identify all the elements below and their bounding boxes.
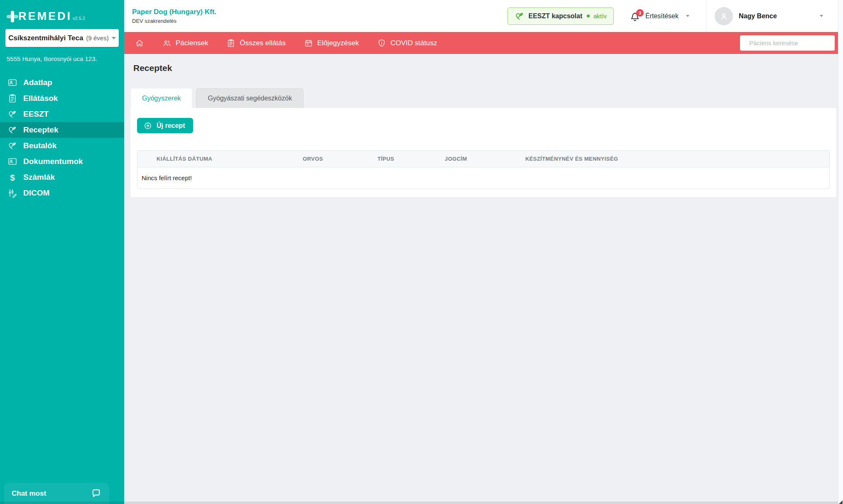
organization-link[interactable]: Paper Dog (Hungary) Kft.	[132, 8, 216, 16]
eeszt-heart-icon	[7, 125, 17, 135]
nav-label: Előjegyzések	[317, 39, 359, 47]
empty-message: Nincs felírt recept!	[137, 167, 829, 188]
nav-label: COVID státusz	[390, 39, 437, 47]
user-name: Nagy Bence	[739, 12, 777, 20]
id-card-icon	[7, 78, 17, 88]
chat-launcher[interactable]: Chat most	[4, 483, 109, 504]
col-orvos: ORVOS	[303, 151, 377, 167]
notifications-label: Értesítések	[645, 12, 679, 20]
empty-row: Nincs felírt recept!	[137, 167, 829, 188]
sidebar-item-label: Számlák	[23, 173, 55, 182]
sidebar-item-label: Adatlap	[23, 78, 52, 87]
bell-icon: 3	[630, 10, 641, 22]
eeszt-connection-badge[interactable]: EESZT kapcsolat aktív	[507, 7, 614, 25]
user-menu[interactable]: Nagy Bence	[706, 0, 843, 32]
chat-bubble-icon	[91, 489, 101, 498]
clipboard-icon	[226, 39, 235, 48]
nav-label: Páciensek	[176, 39, 208, 47]
tab-gyogyszerek[interactable]: Gyógyszerek	[131, 88, 192, 108]
content-area: Receptek Gyógyszerek Gyógyászati segédes…	[124, 54, 843, 504]
sidebar-item-label: EESZT	[23, 110, 49, 119]
sidebar-item-dokumentumok[interactable]: Dokumentumok	[0, 154, 124, 169]
app-logo: REMEDI v2.5.2	[0, 0, 124, 23]
new-prescription-button[interactable]: Új recept	[137, 118, 193, 133]
eeszt-heart-icon	[515, 11, 524, 21]
sidebar-item-label: Receptek	[23, 125, 59, 135]
plus-circle-icon	[144, 122, 152, 130]
vertical-scrollbar[interactable]	[838, 0, 843, 504]
sidebar-item-dicom[interactable]: DICOM	[0, 185, 124, 201]
tab-label: Gyógyászati segédeszközök	[208, 95, 292, 102]
chevron-down-icon	[112, 37, 116, 39]
organization-subtitle: DEV szakrendelés	[132, 18, 216, 24]
notifications-menu[interactable]: 3 Értesítések	[630, 10, 689, 22]
patient-selector[interactable]: Csíkszentmihályi Teca (9 éves)	[5, 29, 119, 47]
organization-block: Paper Dog (Hungary) Kft. DEV szakrendelé…	[132, 8, 216, 24]
topbar-right: EESZT kapcsolat aktív 3 Értesítések	[507, 0, 843, 32]
id-card-icon	[7, 157, 17, 166]
tab-bar: Gyógyszerek Gyógyászati segédeszközök	[131, 88, 843, 108]
eeszt-status: aktív	[593, 12, 607, 20]
scrollbar-corner	[839, 500, 843, 504]
new-prescription-label: Új recept	[157, 122, 185, 130]
sidebar-item-label: Ellátások	[23, 94, 58, 103]
col-kiallitas-datuma: KIÁLLÍTÁS DÁTUMA	[137, 151, 303, 167]
sidebar-item-label: DICOM	[23, 188, 49, 198]
notification-count-badge: 3	[636, 9, 644, 17]
main-column: Paper Dog (Hungary) Kft. DEV szakrendelé…	[124, 0, 843, 504]
user-avatar	[715, 7, 733, 25]
tab-gyogyaszati-segedeszkozok[interactable]: Gyógyászati segédeszközök	[196, 88, 304, 108]
nav-elojegyzesek[interactable]: Előjegyzések	[304, 39, 359, 48]
patient-age: (9 éves)	[86, 34, 108, 42]
sidebar: REMEDI v2.5.2 Csíkszentmihályi Teca (9 é…	[0, 0, 124, 504]
dollar-icon	[7, 172, 17, 182]
patient-search-input[interactable]	[749, 39, 832, 46]
sidebar-item-adatlap[interactable]: Adatlap	[0, 75, 124, 91]
nav-label: Összes ellátás	[240, 39, 286, 47]
sidebar-menu: Adatlap Ellátások EESZT Receptek	[0, 75, 124, 201]
eeszt-heart-icon	[7, 141, 17, 151]
patient-name: Csíkszentmihályi Teca	[8, 34, 83, 42]
sidebar-item-label: Dokumentumok	[23, 157, 83, 166]
app-name: REMEDI	[18, 10, 72, 23]
tab-label: Gyógyszerek	[142, 95, 181, 102]
primary-nav: Páciensek Összes ellátás Előjegyzések CO…	[124, 32, 843, 54]
topbar: Paper Dog (Hungary) Kft. DEV szakrendelé…	[124, 0, 843, 32]
app-version: v2.5.2	[73, 16, 85, 21]
prescriptions-table: KIÁLLÍTÁS DÁTUMA ORVOS TÍPUS JOGCÍM KÉSZ…	[137, 150, 830, 189]
patient-address: 5555 Hunya, Borosnyói uca 123.	[7, 55, 118, 62]
horizontal-scrollbar[interactable]	[0, 502, 838, 504]
app-window: REMEDI v2.5.2 Csíkszentmihályi Teca (9 é…	[0, 0, 843, 504]
eeszt-badge-label: EESZT kapcsolat	[528, 12, 582, 20]
nav-osszes-ellatas[interactable]: Összes ellátás	[226, 39, 286, 48]
sidebar-item-eeszt[interactable]: EESZT	[0, 106, 124, 122]
chat-label: Chat most	[12, 489, 46, 498]
nav-paciensek[interactable]: Páciensek	[162, 39, 208, 48]
table-header-row: KIÁLLÍTÁS DÁTUMA ORVOS TÍPUS JOGCÍM KÉSZ…	[137, 151, 829, 167]
clipboard-icon	[7, 93, 17, 103]
sidebar-item-label: Beutalók	[23, 141, 56, 150]
nav-home[interactable]	[135, 39, 144, 48]
status-dot-icon	[587, 15, 590, 17]
people-icon	[162, 39, 172, 48]
patient-search	[740, 35, 835, 51]
chevron-down-icon	[820, 15, 823, 17]
home-icon	[135, 39, 144, 48]
col-keszitmenynev: KÉSZÍTMÉNYNÉV ÉS MENNYISÉG	[525, 151, 829, 167]
col-tipus: TÍPUS	[377, 151, 445, 167]
shield-info-icon	[377, 39, 386, 48]
dicom-sliders-icon	[7, 188, 17, 198]
chevron-down-icon	[686, 15, 689, 17]
sidebar-item-szamlak[interactable]: Számlák	[0, 169, 124, 185]
eeszt-heart-icon	[7, 109, 17, 119]
sidebar-item-beutalok[interactable]: Beutalók	[0, 138, 124, 154]
sidebar-item-ellatasok[interactable]: Ellátások	[0, 91, 124, 106]
prescriptions-panel: Új recept KIÁLLÍTÁS DÁTUMA ORVOS TÍPUS J…	[130, 108, 836, 197]
calendar-icon	[304, 39, 313, 48]
col-jogcim: JOGCÍM	[445, 151, 525, 167]
plus-logo-icon	[7, 10, 19, 23]
sidebar-item-receptek[interactable]: Receptek	[0, 122, 124, 138]
nav-covid-statusz[interactable]: COVID státusz	[377, 39, 437, 48]
page-title: Receptek	[133, 63, 843, 73]
